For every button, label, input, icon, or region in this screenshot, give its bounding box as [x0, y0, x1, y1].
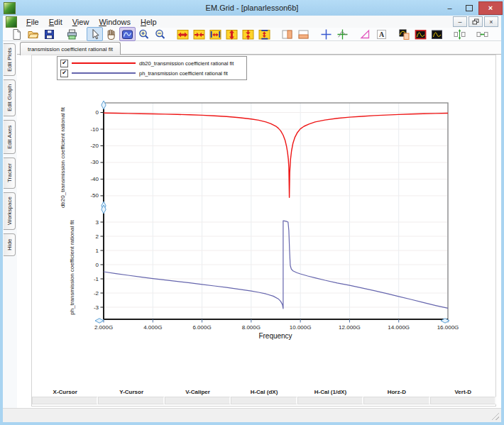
shrink-horizontal-icon[interactable] — [191, 27, 207, 41]
cursor-value-cell — [98, 397, 164, 404]
y-tick-label: -10 — [90, 126, 99, 133]
y-tick-label: 1 — [96, 248, 99, 254]
statusbar — [3, 408, 501, 422]
distribute-vertical-icon[interactable] — [451, 27, 468, 41]
sidebar-item-hide[interactable]: Hide — [4, 233, 16, 256]
menu-item-windows[interactable]: Windows — [94, 17, 136, 27]
sidebar-item-edit-graph[interactable]: Edit Graph — [4, 79, 16, 116]
pane-split-right-icon[interactable] — [279, 27, 295, 41]
distribute-horizontal-icon[interactable] — [474, 27, 491, 41]
svg-text:A: A — [379, 31, 385, 38]
sidebar-item-tracker[interactable]: Tracker — [4, 158, 16, 189]
legend-label: db20_transmission coefficient rational f… — [139, 60, 234, 67]
axis-handle[interactable] — [102, 101, 106, 109]
graph-red-border-icon[interactable] — [412, 27, 429, 41]
y-tick-label: -50 — [90, 192, 99, 199]
x-tick-label: 6.000G — [192, 324, 211, 331]
maximize-box — [466, 5, 473, 11]
close-icon[interactable]: × — [478, 1, 503, 15]
shrink-vertical-icon[interactable] — [240, 27, 256, 41]
add-graph-icon[interactable] — [396, 27, 412, 41]
tab-transmission-coefficient[interactable]: transmission coefficient rational fit — [20, 42, 121, 55]
legend-checkbox[interactable]: ✔ — [60, 70, 68, 77]
x-tick-label: 14.000G — [388, 324, 410, 331]
cursor-value-cell — [231, 397, 297, 404]
legend: ✔db20_transmission coefficient rational … — [57, 56, 247, 80]
sidebar-item-edit-plots[interactable]: Edit Plots — [4, 43, 16, 76]
legend-line-swatch — [72, 72, 136, 74]
text-label-icon[interactable]: A — [373, 27, 390, 41]
y-tick-label: -20 — [90, 143, 99, 149]
x-tick-label: 16.000G — [437, 324, 459, 331]
toolbar: ALayout▾ — [3, 28, 501, 41]
crosshair-icon[interactable] — [318, 27, 334, 41]
cursor-col-horz-d: Horz-D — [363, 387, 429, 397]
y-tick-label: -40 — [90, 176, 99, 182]
document-icon — [6, 16, 17, 28]
cursor-col-v-caliper: V-Caliper — [165, 387, 231, 397]
mdi-close-icon[interactable]: × — [484, 16, 498, 27]
caliper-triangle-icon[interactable] — [357, 27, 373, 41]
tab-strip: transmission coefficient rational fit — [17, 41, 501, 55]
y-tick-label: -3 — [94, 304, 99, 311]
y-tick-label: -2 — [94, 290, 99, 297]
print-icon[interactable] — [64, 27, 80, 41]
fit-horizontal-icon[interactable] — [207, 27, 224, 41]
pan-hand-icon[interactable] — [103, 27, 119, 41]
minimize-icon[interactable]: – — [440, 2, 459, 14]
y-tick-label: 0 — [96, 262, 99, 268]
zoom-out-icon[interactable] — [152, 27, 168, 41]
pane-split-bottom-icon[interactable] — [295, 27, 312, 41]
y-tick-label: 2 — [96, 233, 99, 240]
y-tick-label: 3 — [96, 219, 99, 226]
new-document-icon[interactable] — [9, 27, 25, 41]
open-folder-icon[interactable] — [25, 27, 41, 41]
cursor-col-vert-d: Vert-D — [430, 387, 496, 397]
axis-handle[interactable] — [95, 319, 104, 323]
window-border-right — [501, 16, 504, 425]
window-border-left — [0, 16, 3, 425]
fit-vertical-icon[interactable] — [256, 27, 273, 41]
legend-line-swatch — [72, 62, 136, 64]
cursor-col-h-cal-1-dx-: H-Cal (1/dX) — [297, 387, 363, 397]
x-axis-label: Frequency — [204, 332, 346, 340]
select-pointer-icon[interactable] — [87, 27, 103, 41]
mdi-minimize-icon[interactable]: – — [453, 16, 467, 27]
x-tick-label: 10.000G — [290, 324, 312, 331]
legend-item: ✔ph_transmission coefficient rational fi… — [60, 68, 243, 78]
x-tick-label: 4.000G — [143, 324, 162, 331]
zoom-in-icon[interactable] — [136, 27, 152, 41]
graph-dark-icon[interactable] — [429, 27, 445, 41]
curve-db20 — [104, 113, 448, 197]
cursor-value-cell — [430, 397, 496, 404]
sidebar-item-edit-axes[interactable]: Edit Axes — [4, 120, 16, 154]
expand-horizontal-icon[interactable] — [175, 27, 191, 41]
cursor-value-cell — [32, 397, 98, 404]
cursor-value-cell — [363, 397, 429, 404]
chart-svg: 0-10-20-30-40-503210-1-2-32.000G4.000G6.… — [60, 96, 465, 355]
resize-grip[interactable] — [491, 412, 499, 420]
y-tick-label: -1 — [94, 276, 99, 282]
y-axis-label-db20: db20_transmission coefficient rational f… — [60, 98, 66, 217]
titlebar: EM.Grid - [planarlesson6b] – × — [0, 0, 504, 16]
sidebar-item-workspace[interactable]: Workspace — [4, 192, 16, 230]
menu-item-edit[interactable]: Edit — [44, 17, 67, 27]
y-tick-label: 0 — [96, 109, 99, 116]
menu-item-file[interactable]: File — [21, 17, 44, 27]
x-tick-label: 8.000G — [242, 324, 261, 331]
cursor-col-x-cursor: X-Cursor — [32, 387, 98, 397]
plot-navigate-icon[interactable] — [119, 27, 136, 41]
cursor-value-cell — [165, 397, 231, 404]
mdi-restore-icon[interactable] — [469, 16, 483, 27]
x-tick-label: 2.000G — [94, 324, 113, 331]
legend-checkbox[interactable]: ✔ — [60, 60, 68, 67]
expand-vertical-icon[interactable] — [224, 27, 240, 41]
curve-tracker-icon[interactable] — [334, 27, 351, 41]
menu-item-help[interactable]: Help — [136, 17, 162, 27]
y-axis-label-phase: ph_transmission coefficient rational fit — [69, 208, 75, 327]
menu-item-view[interactable]: View — [67, 17, 94, 27]
plot-border — [104, 103, 448, 319]
save-icon[interactable] — [41, 27, 57, 41]
chart: 0-10-20-30-40-503210-1-2-32.000G4.000G6.… — [60, 96, 465, 355]
maximize-icon[interactable] — [459, 2, 478, 14]
